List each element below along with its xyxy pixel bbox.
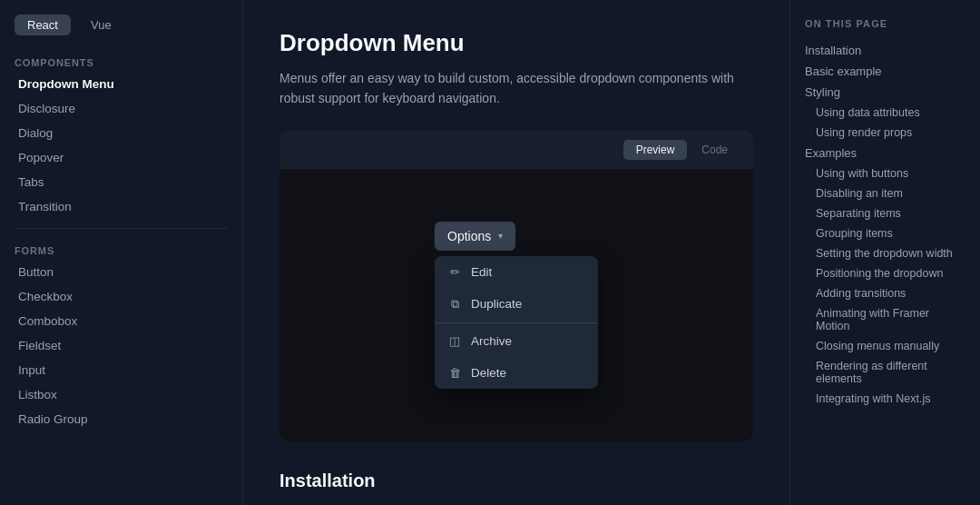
toc-integrating-next-js[interactable]: Integrating with Next.js	[805, 389, 965, 409]
framework-tabs: React Vue	[0, 15, 242, 50]
toc-basic-example[interactable]: Basic example	[805, 61, 965, 82]
toc-separating-items[interactable]: Separating items	[805, 203, 965, 223]
delete-icon: 🗑	[447, 366, 462, 380]
sidebar-item-tabs[interactable]: Tabs	[4, 170, 239, 194]
toc-disabling-an-item[interactable]: Disabling an item	[805, 183, 965, 203]
menu-item-archive[interactable]: ◫ Archive	[435, 325, 598, 357]
sidebar-item-dialog[interactable]: Dialog	[4, 121, 239, 145]
sidebar-item-dropdown-menu[interactable]: Dropdown Menu	[4, 72, 239, 96]
demo-toolbar: Preview Code	[279, 131, 753, 169]
menu-item-delete[interactable]: 🗑 Delete	[435, 357, 598, 389]
sidebar-item-checkbox[interactable]: Checkbox	[4, 284, 239, 309]
vue-tab[interactable]: Vue	[78, 15, 124, 35]
page-description: Menus offer an easy way to build custom,…	[279, 68, 753, 109]
toc-using-with-buttons[interactable]: Using with buttons	[805, 163, 965, 183]
toc-grouping-items[interactable]: Grouping items	[805, 223, 965, 243]
options-button[interactable]: Options ▾	[435, 222, 515, 251]
sidebar-item-radio-group[interactable]: Radio Group	[4, 407, 239, 431]
menu-item-edit-label: Edit	[471, 265, 492, 279]
demo-area: Options ▾ ✏ Edit ⧉ Duplicate ◫ Arc	[279, 169, 753, 441]
menu-item-duplicate[interactable]: ⧉ Duplicate	[435, 288, 598, 321]
toc-styling[interactable]: Styling	[805, 82, 965, 103]
installation-title: Installation	[279, 470, 753, 491]
chevron-down-icon: ▾	[498, 231, 503, 241]
react-tab[interactable]: React	[15, 15, 71, 35]
dropdown-menu: ✏ Edit ⧉ Duplicate ◫ Archive 🗑 Delete	[435, 256, 598, 389]
sidebar-item-disclosure[interactable]: Disclosure	[4, 96, 239, 121]
toc-adding-transitions[interactable]: Adding transitions	[805, 283, 965, 303]
sidebar-item-input[interactable]: Input	[4, 358, 239, 382]
sidebar-item-button[interactable]: Button	[4, 260, 239, 284]
main-content: Dropdown Menu Menus offer an easy way to…	[243, 0, 789, 505]
toc-using-render-props[interactable]: Using render props	[805, 123, 965, 143]
demo-container: Preview Code Options ▾ ✏ Edit ⧉ Duplicat…	[279, 131, 753, 441]
components-section-label: Components	[0, 50, 242, 72]
preview-button[interactable]: Preview	[623, 140, 688, 160]
forms-section-label: Forms	[0, 238, 242, 260]
sidebar-item-transition[interactable]: Transition	[4, 194, 239, 219]
archive-icon: ◫	[447, 334, 462, 348]
right-sidebar: ON THIS PAGE Installation Basic example …	[789, 0, 980, 505]
toc-positioning-dropdown[interactable]: Positioning the dropdown	[805, 263, 965, 283]
toc-rendering-as-different-elements[interactable]: Rendering as different elements	[805, 356, 965, 389]
toc-label: ON THIS PAGE	[805, 18, 965, 29]
toc-setting-dropdown-width[interactable]: Setting the dropdown width	[805, 243, 965, 263]
toc-examples[interactable]: Examples	[805, 143, 965, 163]
sidebar-item-combobox[interactable]: Combobox	[4, 309, 239, 333]
options-button-label: Options	[447, 229, 491, 243]
menu-item-archive-label: Archive	[471, 334, 512, 348]
dropdown-wrapper: Options ▾ ✏ Edit ⧉ Duplicate ◫ Arc	[435, 222, 598, 389]
menu-divider	[435, 322, 598, 323]
duplicate-icon: ⧉	[447, 297, 462, 312]
left-sidebar: React Vue Components Dropdown Menu Discl…	[0, 0, 243, 505]
sidebar-item-popover[interactable]: Popover	[4, 145, 239, 170]
menu-item-duplicate-label: Duplicate	[471, 297, 522, 311]
installation-text: To get started, install Headless UI via …	[279, 500, 753, 505]
sidebar-item-fieldset[interactable]: Fieldset	[4, 333, 239, 358]
menu-item-edit[interactable]: ✏ Edit	[435, 256, 598, 288]
toc-installation[interactable]: Installation	[805, 40, 965, 61]
toc-animating-framer-motion[interactable]: Animating with Framer Motion	[805, 303, 965, 336]
menu-item-delete-label: Delete	[471, 366, 506, 380]
sidebar-item-listbox[interactable]: Listbox	[4, 382, 239, 407]
toc-closing-menus-manually[interactable]: Closing menus manually	[805, 336, 965, 356]
toc-using-data-attributes[interactable]: Using data attributes	[805, 103, 965, 123]
page-title: Dropdown Menu	[279, 29, 753, 57]
edit-icon: ✏	[447, 265, 462, 279]
code-button[interactable]: Code	[689, 140, 740, 160]
sidebar-divider-1	[15, 228, 228, 229]
